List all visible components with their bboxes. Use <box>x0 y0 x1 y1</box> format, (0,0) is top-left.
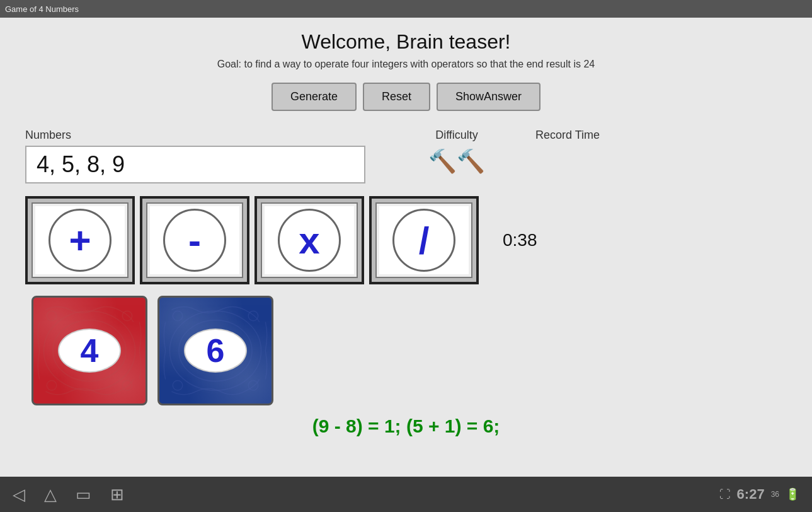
buttons-row: Generate Reset ShowAnswer <box>272 83 540 111</box>
operator-card-multiply[interactable]: x <box>254 196 364 284</box>
operator-cards-row: + - x / 0:38 <box>25 196 787 284</box>
bottom-bar: ◁ △ ▭ ⊞ ⛶ 6:27 36 🔋 <box>0 477 812 512</box>
number-oval-6: 6 <box>184 329 247 373</box>
operator-card-divide[interactable]: / <box>369 196 479 284</box>
bottom-right-status: ⛶ 6:27 36 🔋 <box>719 486 799 503</box>
numbers-label: Numbers <box>25 129 365 142</box>
svg-point-9 <box>248 311 258 320</box>
show-answer-button[interactable]: ShowAnswer <box>437 83 540 111</box>
welcome-title: Welcome, Brain teaser! <box>302 30 511 54</box>
svg-point-2 <box>47 311 56 320</box>
divide-symbol: / <box>419 219 430 262</box>
plus-symbol: + <box>69 219 91 262</box>
goal-text: Goal: to find a way to operate four inte… <box>217 59 595 70</box>
back-icon[interactable]: ◁ <box>13 485 25 504</box>
numbers-section: Numbers 4, 5, 8, 9 <box>25 129 365 183</box>
svg-point-8 <box>173 311 182 320</box>
record-time-label: Record Time <box>535 129 600 142</box>
clock-display: 6:27 <box>737 486 765 503</box>
timer-display: 0:38 <box>503 230 537 250</box>
multiply-symbol: x <box>299 219 319 262</box>
difficulty-icon: 🔨🔨 <box>428 148 485 175</box>
generate-button[interactable]: Generate <box>272 83 357 111</box>
expand-icon: ⛶ <box>719 488 731 501</box>
battery-icon: 🔋 <box>786 487 799 501</box>
svg-point-3 <box>122 311 132 320</box>
number-oval-4: 4 <box>58 329 121 373</box>
minus-symbol: - <box>188 219 201 262</box>
expression-area: (9 - 8) = 1; (5 + 1) = 6; <box>312 416 500 437</box>
operator-card-plus[interactable]: + <box>25 196 135 284</box>
signal-icon: 36 <box>771 490 779 499</box>
number-card-6[interactable]: 6 <box>157 296 273 405</box>
recents-icon[interactable]: ▭ <box>76 485 91 504</box>
number-cards-row: 4 6 <box>31 296 273 405</box>
svg-point-4 <box>47 381 56 390</box>
grid-icon[interactable]: ⊞ <box>110 485 124 504</box>
svg-point-10 <box>173 381 182 390</box>
record-section: Record Time <box>535 129 600 146</box>
home-icon[interactable]: △ <box>44 485 57 504</box>
main-content: Welcome, Brain teaser! Goal: to find a w… <box>0 18 812 477</box>
number-value-6: 6 <box>207 332 225 369</box>
svg-point-11 <box>248 381 258 390</box>
info-row: Numbers 4, 5, 8, 9 Difficulty 🔨🔨 Record … <box>25 129 787 183</box>
svg-point-5 <box>122 381 132 390</box>
operator-card-minus[interactable]: - <box>140 196 249 284</box>
title-bar: Game of 4 Numbers <box>0 0 812 18</box>
number-value-4: 4 <box>81 332 99 369</box>
reset-button[interactable]: Reset <box>363 83 430 111</box>
app-title: Game of 4 Numbers <box>5 4 79 14</box>
number-card-4[interactable]: 4 <box>31 296 147 405</box>
bottom-left-nav: ◁ △ ▭ ⊞ <box>13 485 124 504</box>
numbers-display: 4, 5, 8, 9 <box>25 146 365 183</box>
difficulty-section: Difficulty 🔨🔨 <box>428 129 485 175</box>
difficulty-label: Difficulty <box>435 129 478 142</box>
